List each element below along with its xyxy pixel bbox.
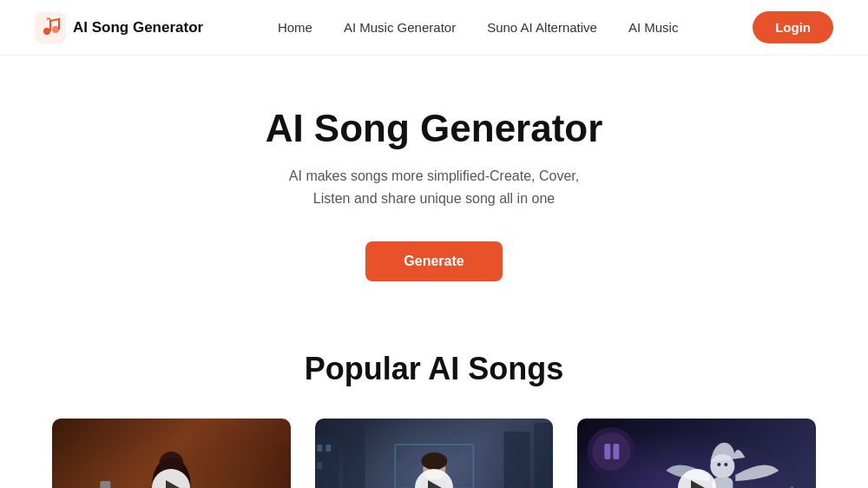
- svg-point-37: [725, 463, 728, 466]
- svg-point-36: [718, 463, 721, 466]
- hero-subtitle: AI makes songs more simplified-Create, C…: [269, 165, 599, 209]
- nav-link-ai-music[interactable]: AI Music: [628, 20, 679, 35]
- svg-point-31: [593, 432, 631, 471]
- main-nav: Home AI Music Generator Suno AI Alternat…: [278, 20, 679, 35]
- nav-link-ai-music-generator[interactable]: AI Music Generator: [344, 20, 456, 35]
- play-icon-1: [166, 480, 180, 488]
- song-thumbnail-3: [577, 419, 816, 488]
- song-thumbnail-1: A ♠ A ♥: [52, 419, 291, 488]
- svg-point-2: [52, 26, 59, 33]
- nav-link-suno[interactable]: Suno AI Alternative: [487, 20, 597, 35]
- svg-rect-14: [100, 481, 110, 488]
- song-card-2[interactable]: Body of glass: [315, 419, 554, 488]
- svg-rect-20: [317, 445, 322, 452]
- song-card-1[interactable]: A ♠ A ♥ I Can Wait 100 Years: [52, 419, 291, 488]
- hero-section: AI Song Generator AI makes songs more si…: [0, 56, 868, 316]
- logo-text: AI Song Generator: [73, 19, 203, 36]
- site-header: AI Song Generator Home AI Music Generato…: [0, 0, 868, 56]
- svg-rect-32: [605, 444, 611, 459]
- songs-grid: A ♠ A ♥ I Can Wait 100 Years: [52, 419, 816, 488]
- song-thumbnail-2: [315, 419, 554, 488]
- generate-button[interactable]: Generate: [365, 241, 502, 281]
- popular-songs-section: Popular AI Songs A ♠ A: [0, 316, 868, 488]
- svg-rect-21: [326, 445, 331, 452]
- logo[interactable]: AI Song Generator: [35, 12, 203, 43]
- svg-point-1: [43, 28, 50, 35]
- login-button[interactable]: Login: [753, 11, 833, 43]
- svg-rect-18: [503, 432, 529, 488]
- popular-songs-title: Popular AI Songs: [52, 351, 816, 387]
- svg-rect-19: [534, 423, 553, 488]
- song-card-3[interactable]: From Stardust Born: [577, 419, 816, 488]
- hero-title: AI Song Generator: [266, 108, 603, 149]
- svg-rect-22: [317, 462, 322, 469]
- nav-link-home[interactable]: Home: [278, 20, 312, 35]
- logo-icon: [35, 12, 66, 43]
- svg-rect-33: [614, 444, 620, 459]
- svg-rect-17: [343, 427, 365, 488]
- svg-point-29: [421, 452, 447, 470]
- play-icon-2: [428, 480, 442, 488]
- play-icon-3: [691, 480, 705, 488]
